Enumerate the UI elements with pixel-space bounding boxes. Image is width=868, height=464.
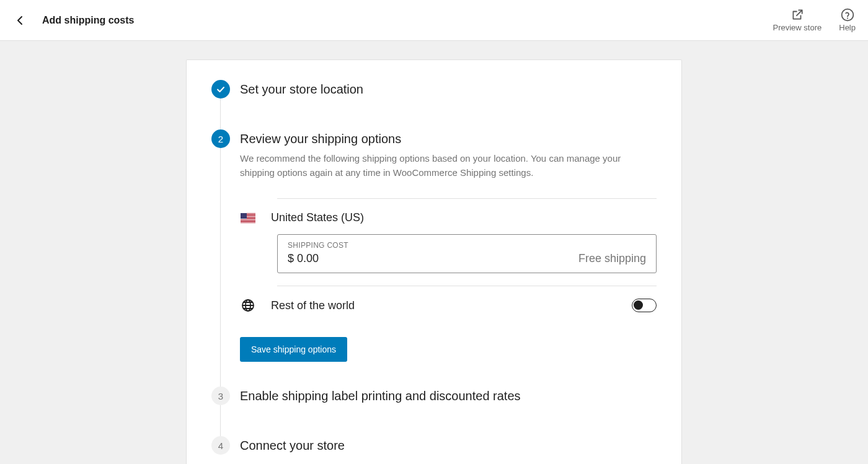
step-2-description: We recommend the following shipping opti… <box>240 152 657 180</box>
cost-status: Free shipping <box>578 252 646 265</box>
header-left: Add shipping costs <box>12 13 134 28</box>
back-button[interactable] <box>12 13 27 28</box>
zone-header-us: United States (US) <box>240 211 657 224</box>
shipping-zone-us: United States (US) SHIPPING COST $ 0.00 … <box>277 198 657 286</box>
zone-header-rest: Rest of the world <box>240 299 657 312</box>
rest-of-world-toggle[interactable] <box>632 299 657 312</box>
external-link-icon <box>790 8 804 22</box>
step-1-title: Set your store location <box>240 80 657 98</box>
chevron-left-icon <box>17 15 23 25</box>
header: Add shipping costs Preview store Help <box>0 0 868 41</box>
help-label: Help <box>839 23 856 32</box>
step-2-content: Review your shipping options We recommen… <box>240 129 657 387</box>
step-4: 4 Connect your store <box>211 436 657 455</box>
zone-name-rest: Rest of the world <box>271 299 355 312</box>
step-indicator-completed <box>211 80 230 98</box>
step-indicator-3: 3 <box>211 387 230 405</box>
header-right: Preview store Help <box>773 8 856 32</box>
shipping-zone-rest: Rest of the world <box>277 286 657 325</box>
help-button[interactable]: Help <box>839 8 856 32</box>
step-2-title: Review your shipping options <box>240 129 657 148</box>
step-2: 2 Review your shipping options We recomm… <box>211 129 657 387</box>
cost-value: $ 0.00 <box>288 252 348 265</box>
step-indicator-4: 4 <box>211 436 230 455</box>
globe-icon <box>240 300 256 311</box>
preview-store-button[interactable]: Preview store <box>773 8 822 32</box>
main-container: Set your store location 2 Review your sh… <box>0 41 868 464</box>
svg-point-0 <box>841 9 853 21</box>
page-title: Add shipping costs <box>42 15 134 26</box>
step-1: Set your store location <box>211 80 657 129</box>
save-shipping-options-button[interactable]: Save shipping options <box>240 337 347 362</box>
step-3: 3 Enable shipping label printing and dis… <box>211 387 657 436</box>
shipping-cost-input[interactable]: SHIPPING COST $ 0.00 Free shipping <box>277 234 657 273</box>
check-icon <box>216 84 226 94</box>
step-1-content: Set your store location <box>240 80 657 129</box>
step-4-content: Connect your store <box>240 436 657 455</box>
shipping-section: United States (US) SHIPPING COST $ 0.00 … <box>277 198 657 362</box>
step-3-content: Enable shipping label printing and disco… <box>240 387 657 436</box>
help-icon <box>841 8 854 22</box>
us-flag-icon <box>240 212 256 224</box>
cost-label: SHIPPING COST <box>288 241 348 250</box>
step-3-title: Enable shipping label printing and disco… <box>240 387 657 405</box>
step-4-title: Connect your store <box>240 436 657 455</box>
toggle-knob <box>634 300 643 310</box>
step-indicator-active: 2 <box>211 129 230 148</box>
cost-left: SHIPPING COST $ 0.00 <box>288 241 348 265</box>
zone-name-us: United States (US) <box>271 211 364 224</box>
svg-point-1 <box>847 18 848 19</box>
step-connector <box>220 148 221 399</box>
preview-store-label: Preview store <box>773 23 822 32</box>
wizard-card: Set your store location 2 Review your sh… <box>186 59 682 464</box>
